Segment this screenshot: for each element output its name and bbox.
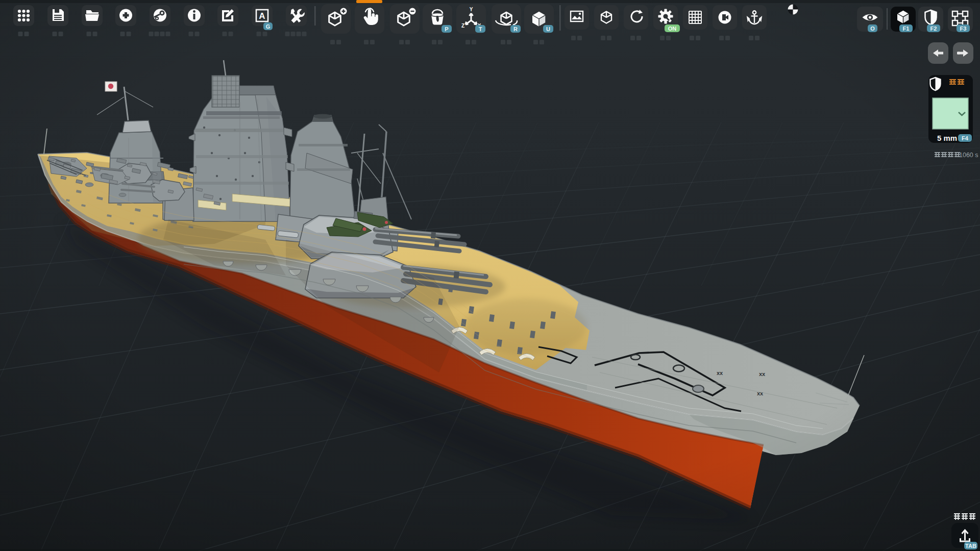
svg-text:F2: F2 [930, 26, 937, 32]
svg-text:T: T [479, 26, 482, 32]
svg-text:U: U [546, 26, 550, 32]
svg-text:F4: F4 [962, 135, 969, 141]
svg-text:F3: F3 [960, 26, 967, 32]
svg-text:O: O [870, 26, 875, 32]
svg-text:A: A [259, 11, 265, 21]
svg-text:R: R [513, 26, 518, 32]
svg-text:TAB: TAB [965, 543, 976, 549]
svg-text:F1: F1 [903, 26, 910, 32]
svg-text:P: P [445, 26, 448, 32]
svg-text:5 mm: 5 mm [937, 134, 957, 142]
svg-text:Z: Z [461, 23, 464, 29]
svg-text:ON: ON [668, 26, 677, 32]
svg-text:1060 s: 1060 s [959, 152, 978, 159]
svg-text:Y: Y [470, 7, 473, 12]
svg-text:G: G [266, 23, 271, 30]
